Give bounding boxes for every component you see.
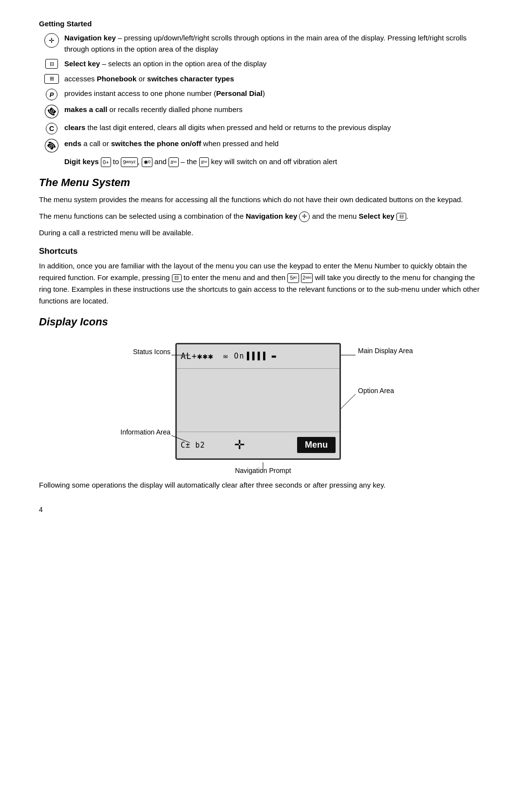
display-icons-title: Display Icons <box>39 316 487 328</box>
to-word: to <box>367 285 373 293</box>
nav-key-icon: ✛ <box>39 33 64 48</box>
digit-0-icon: 0+ <box>101 157 111 168</box>
clear-key-text: clears the last digit entered, clears al… <box>64 122 487 133</box>
key-row-personal-dial: P provides instant access to one phone n… <box>39 88 487 100</box>
digit-key-text: Digit keys 0+ to 9wxyz, ✱0 and #∞ – the … <box>64 156 487 168</box>
menu-system-para3: During a call a restricted menu will be … <box>39 227 487 239</box>
status-icons-label: Status Icons <box>93 348 170 356</box>
call-key-text: makes a call or recalls recently dialled… <box>64 104 487 115</box>
main-display-label: Main Display Area <box>358 347 433 355</box>
menu-button-display: Menu <box>297 437 336 453</box>
digit-star-icon: ✱0 <box>142 157 152 168</box>
digit-hash-icon: #∞ <box>169 157 179 168</box>
shortcuts-para: In addition, once you are familiar with … <box>39 260 487 307</box>
select-key-text: Select key – selects an option in the op… <box>64 58 487 70</box>
nav-key-text: Navigation key – pressing up/down/left/r… <box>64 33 487 55</box>
signal-icons-graphic: ✉ On▐▐▐▐ ▬ <box>223 352 277 360</box>
key-row-clear: C clears the last digit entered, clears … <box>39 122 487 134</box>
end-key-text: ends a call or switches the phone on/off… <box>64 138 487 150</box>
diagram-container: AL+✱✱✱ ✉ On▐▐▐▐ ▬ C± b2 ✛ Menu <box>39 338 487 474</box>
personal-dial-key-icon: P <box>39 88 64 100</box>
select-key-icon: ⊟ <box>39 58 64 69</box>
key-row-call: ☎ makes a call or recalls recently diall… <box>39 104 487 118</box>
digit-key-spacer <box>39 156 64 157</box>
call-key-icon: ☎ <box>39 104 64 118</box>
clear-key-icon: C <box>39 122 64 134</box>
digit-9-icon: 9wxyz <box>121 157 137 168</box>
phonebook-key-icon: ⊞ <box>39 74 64 84</box>
information-area-label: Information Area <box>93 428 170 436</box>
digit-hash2-icon: #∞ <box>199 157 209 168</box>
menu-system-title: The Menu System <box>39 176 487 189</box>
section-header: Getting Started <box>39 19 487 28</box>
diagram-wrapper: AL+✱✱✱ ✉ On▐▐▐▐ ▬ C± b2 ✛ Menu <box>93 338 433 474</box>
menu-system-para2: The menu functions can be selected using… <box>39 210 487 222</box>
info-area-text: C± b2 <box>181 441 205 450</box>
nav-prompt-icon: ✛ <box>234 437 245 453</box>
option-area-label: Option Area <box>358 387 433 395</box>
phonebook-key-text: accesses Phonebook or switches character… <box>64 74 487 85</box>
svg-line-2 <box>341 394 356 409</box>
key-row-phonebook: ⊞ accesses Phonebook or switches charact… <box>39 74 487 85</box>
navigation-prompt-label: Navigation Prompt <box>235 467 291 474</box>
display-bottom-bar: C± b2 ✛ Menu <box>177 432 339 458</box>
phone-display: AL+✱✱✱ ✉ On▐▐▐▐ ▬ C± b2 ✛ Menu <box>175 343 341 460</box>
personal-dial-key-text: provides instant access to one phone num… <box>64 88 487 99</box>
shortcuts-title: Shortcuts <box>39 246 487 256</box>
footer-para: Following some operations the display wi… <box>39 479 487 491</box>
display-main-area <box>177 369 339 432</box>
key-row-end: ☎ ends a call or switches the phone on/o… <box>39 138 487 152</box>
the-word: the <box>390 273 400 282</box>
key-row-select: ⊟ Select key – selects an option in the … <box>39 58 487 70</box>
getting-started-title: Getting Started <box>39 19 487 28</box>
menu-system-para1: The menu system provides the means for a… <box>39 194 487 206</box>
end-key-icon: ☎ <box>39 138 64 152</box>
and-word: and <box>257 273 269 282</box>
key-row-nav: ✛ Navigation key – pressing up/down/left… <box>39 33 487 55</box>
key-list: ✛ Navigation key – pressing up/down/left… <box>39 33 487 168</box>
page-number: 4 <box>39 506 487 513</box>
key-row-digit: Digit keys 0+ to 9wxyz, ✱0 and #∞ – the … <box>39 156 487 168</box>
status-icons-graphic: AL+✱✱✱ <box>181 351 213 361</box>
display-top-bar: AL+✱✱✱ ✉ On▐▐▐▐ ▬ <box>177 344 339 369</box>
